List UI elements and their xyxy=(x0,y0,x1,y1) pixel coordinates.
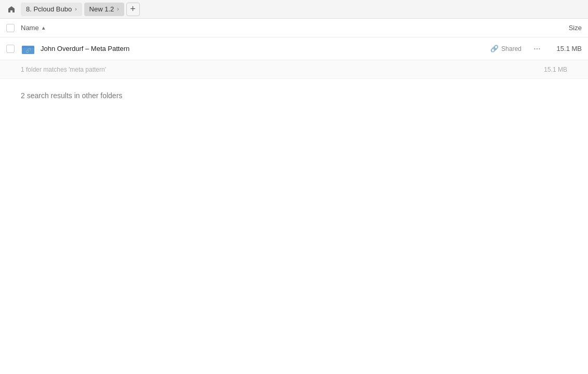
row-checkbox[interactable] xyxy=(6,45,15,53)
svg-text:🔗: 🔗 xyxy=(25,47,32,54)
other-folders-section: 2 search results in other folders xyxy=(0,79,588,112)
breadcrumb-item-new[interactable]: New 1.2 › xyxy=(84,3,124,16)
other-folders-text: 2 search results in other folders xyxy=(21,91,122,100)
summary-text: 1 folder matches 'meta pattern' xyxy=(21,66,544,73)
sort-arrow-icon: ▲ xyxy=(41,25,46,31)
chevron-right-icon-2: › xyxy=(117,6,119,12)
table-row[interactable]: 🔗 John Overdurf – Meta Pattern 🔗 Shared … xyxy=(0,37,588,60)
size-column-header: Size xyxy=(569,24,582,32)
shared-label: Shared xyxy=(501,45,521,52)
breadcrumb-bar: 8. Pcloud Bubo › New 1.2 › + xyxy=(0,0,588,19)
file-name-label: John Overdurf – Meta Pattern xyxy=(41,45,490,52)
file-size-label: 15.1 MB xyxy=(551,45,582,52)
link-icon: 🔗 xyxy=(490,45,499,52)
chevron-right-icon: › xyxy=(75,6,76,12)
shared-badge: 🔗 Shared xyxy=(490,45,521,52)
select-all-checkbox[interactable] xyxy=(6,24,15,32)
column-header: Name ▲ Size xyxy=(0,19,588,37)
name-column-header[interactable]: Name ▲ xyxy=(21,24,569,32)
breadcrumb-item-pcloud-bubo[interactable]: 8. Pcloud Bubo › xyxy=(21,3,82,16)
add-tab-button[interactable]: + xyxy=(126,3,140,16)
home-button[interactable] xyxy=(4,2,19,17)
folder-icon: 🔗 xyxy=(21,42,35,56)
breadcrumb-label-pcloud-bubo: 8. Pcloud Bubo xyxy=(26,5,72,13)
summary-row: 1 folder matches 'meta pattern' 15.1 MB xyxy=(0,60,588,79)
summary-size: 15.1 MB xyxy=(544,66,567,73)
breadcrumb-label-new: New 1.2 xyxy=(89,5,114,13)
more-options-button[interactable]: ··· xyxy=(530,42,544,56)
